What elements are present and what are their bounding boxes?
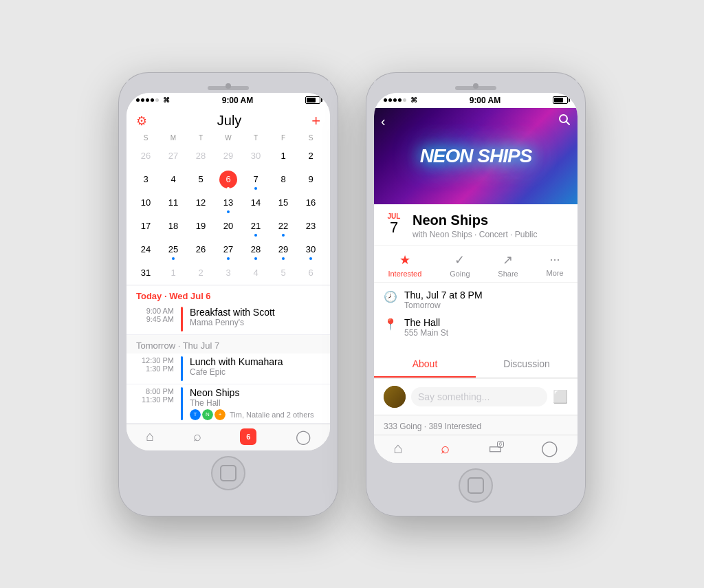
cal-day[interactable]: 27: [214, 238, 242, 261]
content-tabs: About Discussion: [374, 351, 578, 378]
status-bar: ⌘ 9:00 AM: [374, 93, 578, 108]
week-3: 10 11 12 13 14 15 16: [132, 191, 324, 215]
dot1: [136, 98, 140, 102]
cal-day[interactable]: 13: [214, 191, 242, 215]
tab-discussion[interactable]: Discussion: [476, 351, 578, 378]
cal-day[interactable]: 3: [214, 261, 242, 285]
cal-day[interactable]: 24: [132, 238, 160, 261]
wifi-icon: ⌘: [163, 96, 170, 104]
cal-day[interactable]: 15: [270, 191, 297, 215]
tab-search[interactable]: ⌕: [193, 428, 201, 444]
event-time: 9:00 AM 9:45 AM: [136, 307, 174, 323]
cal-day[interactable]: 3: [132, 168, 160, 191]
cal-day[interactable]: 4: [242, 261, 270, 285]
event-time: 8:00 PM 11:30 PM: [136, 387, 174, 404]
cal-day[interactable]: 2: [297, 144, 324, 168]
wifi-icon: ⌘: [410, 96, 417, 104]
cal-day[interactable]: 1: [270, 144, 297, 168]
share-button[interactable]: ↗ Share: [498, 252, 518, 278]
day-header-s1: S: [132, 133, 160, 143]
cal-day[interactable]: 17: [132, 215, 160, 238]
gear-icon[interactable]: ⚙: [136, 113, 147, 129]
cal-day[interactable]: 28: [242, 238, 270, 261]
share-label: Share: [498, 270, 518, 278]
back-button[interactable]: ‹: [381, 113, 386, 129]
event-neon-ships[interactable]: 8:00 PM 11:30 PM Neon Ships The Hall T N: [126, 384, 330, 424]
battery: [305, 96, 320, 104]
event-time-sub: Tomorrow: [404, 301, 483, 310]
cal-day[interactable]: 22: [270, 215, 297, 238]
cal-day[interactable]: 30: [242, 144, 270, 168]
cal-day[interactable]: 7: [242, 168, 270, 191]
cal-day[interactable]: 30: [297, 238, 324, 261]
cal-day[interactable]: 29: [214, 144, 242, 168]
cal-day[interactable]: 9: [297, 168, 324, 191]
add-event-button[interactable]: +: [311, 112, 320, 130]
phone-calendar: ⌘ 9:00 AM ⚙ July + S M: [118, 72, 338, 516]
cal-day[interactable]: 16: [297, 191, 324, 215]
cal-day[interactable]: 21: [242, 215, 270, 238]
cal-day[interactable]: 26: [187, 238, 214, 261]
event-breakfast[interactable]: 9:00 AM 9:45 AM Breakfast with Scott Mam…: [126, 304, 330, 335]
search-button[interactable]: [558, 113, 571, 129]
cal-day[interactable]: 25: [160, 238, 187, 261]
home-button[interactable]: [211, 456, 245, 490]
signal-dots: ⌘: [384, 96, 417, 104]
battery-icon: [305, 96, 320, 104]
cal-day[interactable]: 11: [160, 191, 187, 215]
location-icon: 📍: [384, 318, 397, 331]
cal-day[interactable]: 10: [132, 191, 160, 215]
day-header-f: F: [270, 133, 297, 143]
check-icon: ✓: [454, 252, 465, 268]
home-button[interactable]: [459, 468, 493, 503]
cal-day[interactable]: 2: [187, 261, 214, 285]
cal-day[interactable]: 5: [187, 168, 214, 191]
comment-input[interactable]: Say something...: [411, 387, 547, 406]
cal-day[interactable]: 23: [297, 215, 324, 238]
event-end: 9:45 AM: [136, 315, 174, 323]
tab-profile-icon[interactable]: ◯: [541, 439, 558, 457]
event-start: 8:00 PM: [136, 387, 174, 395]
cal-day[interactable]: 12: [187, 191, 214, 215]
tab-calendar[interactable]: ▭ 6: [488, 439, 503, 457]
cal-day[interactable]: 27: [160, 144, 187, 168]
day-header-t1: T: [187, 133, 214, 143]
tab-calendar[interactable]: 6: [240, 428, 256, 445]
week-1: 26 27 28 29 30 1 2: [132, 144, 324, 168]
cal-day[interactable]: 5: [270, 261, 297, 285]
tab-profile[interactable]: ◯: [296, 428, 311, 445]
search-icon: ⌕: [193, 428, 201, 444]
going-button[interactable]: ✓ Going: [450, 252, 470, 278]
cal-day[interactable]: 18: [160, 215, 187, 238]
cal-day[interactable]: 26: [132, 144, 160, 168]
going-label: Going: [450, 270, 470, 278]
camera-icon[interactable]: ⬜: [553, 389, 568, 404]
cal-day[interactable]: 20: [214, 215, 242, 238]
day-header-m: M: [160, 133, 187, 143]
battery: [553, 96, 568, 104]
cal-day[interactable]: 19: [187, 215, 214, 238]
cal-day[interactable]: 6: [297, 261, 324, 285]
tab-home[interactable]: ⌂: [146, 428, 154, 444]
interested-button[interactable]: ★ Interested: [388, 252, 421, 278]
week-6: 31 1 2 3 4 5 6: [132, 261, 324, 285]
more-button[interactable]: ··· More: [546, 252, 563, 278]
cal-day[interactable]: 28: [187, 144, 214, 168]
battery-fill: [554, 98, 563, 102]
cal-day-today[interactable]: 6: [214, 168, 242, 191]
cal-day[interactable]: 4: [160, 168, 187, 191]
cal-day[interactable]: 1: [160, 261, 187, 285]
tab-home-icon[interactable]: ⌂: [393, 439, 402, 457]
camera-dot: [226, 83, 231, 89]
more-label: More: [546, 269, 563, 277]
event-name-block: Neon Ships with Neon Ships · Concert · P…: [412, 213, 537, 239]
cal-day[interactable]: 8: [270, 168, 297, 191]
cal-day[interactable]: 14: [242, 191, 270, 215]
cal-day[interactable]: 31: [132, 261, 160, 285]
phone-screen-event: ⌘ 9:00 AM NEON SHIPS ‹: [374, 93, 578, 463]
dot2: [141, 98, 144, 102]
event-lunch[interactable]: 12:30 PM 1:30 PM Lunch with Kumahara Caf…: [126, 353, 330, 384]
tab-about[interactable]: About: [374, 351, 476, 378]
tab-search-icon[interactable]: ⌕: [441, 439, 450, 457]
cal-day[interactable]: 29: [270, 238, 297, 261]
